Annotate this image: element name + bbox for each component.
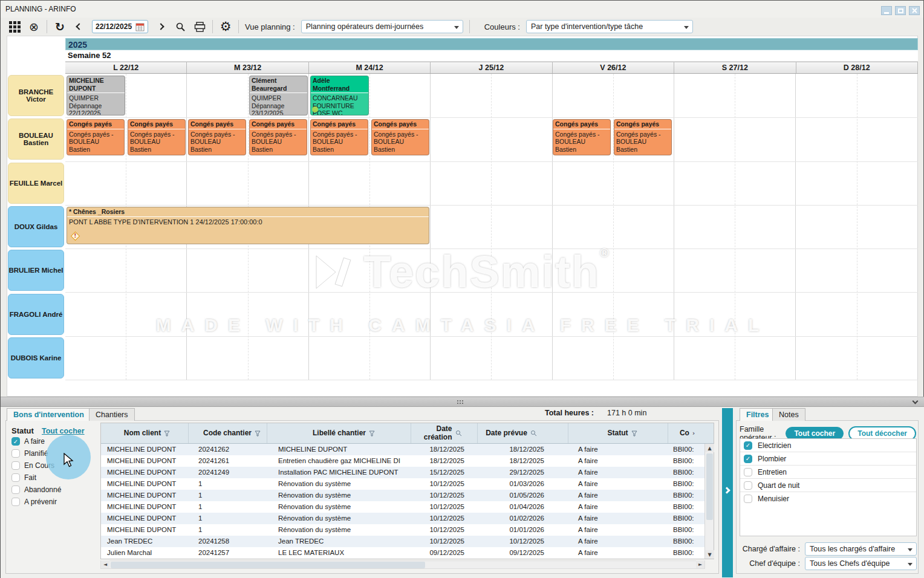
scroll-down-button[interactable]: ▼ [705, 550, 714, 559]
filter-icon[interactable] [164, 430, 170, 437]
scroll-right-button[interactable]: ► [696, 560, 704, 568]
col-co[interactable]: Co › [668, 423, 703, 443]
event-conges[interactable]: Congés payés Congés payés - BOULEAU Bast… [67, 119, 125, 155]
col-statut[interactable]: Statut [568, 423, 668, 443]
event-conges[interactable]: Congés payés Congés payés - BOULEAU Bast… [553, 119, 611, 155]
tab-filtres[interactable]: Filtres [740, 408, 776, 421]
checkbox-checked[interactable]: ✓ [11, 437, 20, 446]
search-icon[interactable] [530, 430, 537, 437]
checkbox[interactable] [744, 481, 752, 490]
statut-option-abandonne[interactable]: Abandonné [11, 485, 61, 494]
cell-code: BBI00: [668, 467, 703, 478]
famille-entretien[interactable]: Entretien [740, 466, 916, 479]
filter-icon[interactable] [255, 430, 261, 437]
couleurs-select[interactable]: Par type d'intervention/type tâche [526, 20, 693, 33]
close-button[interactable] [909, 6, 920, 15]
table-row[interactable]: MICHELINE DUPONT 1 Rénovation du système… [101, 513, 714, 524]
tab-notes[interactable]: Notes [772, 408, 805, 421]
tab-chantiers[interactable]: Chantiers [89, 408, 135, 421]
event-intervention[interactable]: MICHELINE DUPONT QUIMPER Dépannage 22/12… [67, 76, 125, 115]
table-row[interactable]: MICHELINE DUPONT 1 Rénovation du système… [101, 490, 714, 501]
col-nom-client[interactable]: Nom client [101, 423, 189, 443]
scroll-left-button[interactable]: ◄ [101, 560, 109, 568]
famille-menuisier[interactable]: Menuisier [740, 492, 916, 505]
event-title: MICHELINE DUPONT [67, 76, 125, 93]
scrollbar-thumb[interactable] [706, 453, 713, 520]
tout-cocher-link[interactable]: Tout cocher [42, 427, 85, 435]
statut-heading: Statut [11, 426, 34, 435]
event-conges[interactable]: Congés payés Congés payés - BOULEAU Bast… [128, 119, 186, 155]
event-conges[interactable]: Congés payés Congés payés - BOULEAU Bast… [249, 119, 307, 155]
famille-electricien[interactable]: ✓Electricien [740, 439, 916, 452]
table-row[interactable]: MICHELINE DUPONT 20241262 MICHELINE DUPO… [101, 444, 714, 455]
scrollbar-thumb[interactable] [111, 562, 425, 568]
col-code-chantier[interactable]: Code chantier [189, 423, 267, 443]
checkbox[interactable] [11, 461, 20, 470]
col-date-prevue[interactable]: Date prévue [478, 423, 568, 443]
statut-option-planifie[interactable]: Planifié [11, 449, 48, 458]
col-libelle-chantier[interactable]: Libellé chantier [267, 423, 411, 443]
search-button[interactable] [174, 19, 187, 34]
vue-planning-select[interactable]: Planning opérateurs demi-journées [301, 20, 463, 33]
event-conges[interactable]: Congés payés Congés payés - BOULEAU Bast… [310, 119, 368, 155]
minimize-button[interactable] [881, 6, 892, 15]
col-date-creation[interactable]: Date création [411, 423, 478, 443]
maximize-button[interactable] [895, 6, 906, 15]
day-column[interactable] [796, 74, 917, 380]
table-row[interactable]: MICHELINE DUPONT 20241249 Installation P… [101, 467, 714, 478]
vertical-splitter[interactable] [722, 408, 733, 577]
table-row[interactable]: MICHELINE DUPONT 20241261 Entretien chau… [101, 455, 714, 467]
table-row[interactable]: MICHELINE DUPONT 1 Rénovation du système… [101, 478, 714, 490]
statut-option-fait[interactable]: Fait [11, 473, 36, 482]
cell-nom-client: MICHELINE DUPONT [101, 455, 189, 467]
table-row[interactable]: MICHELINE DUPONT 1 Rénovation du système… [101, 501, 714, 513]
chef-equipe-select[interactable]: Tous les Chefs d'équipe [805, 557, 917, 570]
horizontal-splitter[interactable] [1, 397, 924, 407]
expand-chevron-icon[interactable] [723, 487, 730, 493]
checkbox[interactable] [11, 473, 20, 482]
checkbox[interactable] [744, 495, 752, 503]
tab-bons-intervention[interactable]: Bons d'intervention [7, 408, 91, 421]
next-period-button[interactable] [154, 19, 168, 34]
vertical-scrollbar[interactable]: ▲ ▼ [704, 444, 714, 559]
checkbox-checked[interactable]: ✓ [744, 441, 752, 450]
print-button[interactable] [193, 19, 206, 34]
table-row[interactable]: Julien Marchal 20241257 LE LEC MATERIAUX… [101, 547, 714, 559]
checkbox[interactable] [11, 485, 20, 494]
date-picker[interactable]: 22/12/2025 [92, 20, 148, 33]
famille-quart-de-nuit[interactable]: Quart de nuit [740, 479, 916, 492]
event-body: Congés payés - BOULEAU Bastien [553, 129, 610, 155]
table-row[interactable]: Jean TREDEC 20241258 Jean TREDEC 10/12/2… [101, 536, 714, 547]
event-conges[interactable]: Congés payés Congés payés - BOULEAU Bast… [188, 119, 246, 155]
famille-plombier[interactable]: ✓Plombier [740, 452, 916, 466]
statut-option-a-faire[interactable]: ✓A faire [11, 437, 45, 446]
cancel-button[interactable]: ⊗ [27, 19, 41, 34]
checkbox[interactable] [11, 498, 20, 506]
checkbox[interactable] [11, 449, 20, 458]
event-intervention[interactable]: Clément Beauregard QUIMPER Dépannage 23/… [249, 76, 308, 115]
day-column[interactable] [674, 74, 796, 380]
checkbox[interactable] [744, 468, 752, 476]
event-conges[interactable]: Congés payés Congés payés - BOULEAU Bast… [371, 119, 429, 155]
charge-affaire-select[interactable]: Tous les chargés d'affaire [805, 542, 917, 556]
event-conges[interactable]: Congés payés Congés payés - BOULEAU Bast… [614, 119, 672, 155]
scroll-up-button[interactable]: ▲ [705, 444, 714, 452]
refresh-button[interactable]: ↻ [53, 19, 67, 34]
collapse-panel-chevron-icon[interactable] [913, 398, 919, 404]
day-header: J 25/12 [431, 62, 552, 73]
checkbox-checked[interactable]: ✓ [744, 455, 752, 463]
statut-option-a-prevenir[interactable]: A prévenir [11, 498, 57, 506]
day-column[interactable] [431, 74, 552, 380]
filter-icon[interactable] [631, 430, 637, 437]
splitter-grip-icon[interactable] [457, 400, 464, 405]
search-icon[interactable] [455, 430, 462, 437]
event-chantier[interactable]: * Chênes _Rosiers PONT L ABBE TYPE D'INT… [67, 207, 429, 244]
settings-button[interactable]: ⚙ [219, 19, 232, 34]
horizontal-scrollbar[interactable]: ◄ ► [100, 560, 705, 569]
table-row[interactable]: MICHELINE DUPONT 1 Rénovation du système… [101, 524, 714, 536]
calendar-icon[interactable] [135, 22, 145, 31]
views-grid-button[interactable] [8, 19, 21, 34]
event-intervention[interactable]: Adèle Montferrand CONCARNEAU FOURNITURE … [310, 76, 369, 115]
previous-period-button[interactable] [73, 19, 86, 34]
filter-icon[interactable] [369, 430, 375, 437]
